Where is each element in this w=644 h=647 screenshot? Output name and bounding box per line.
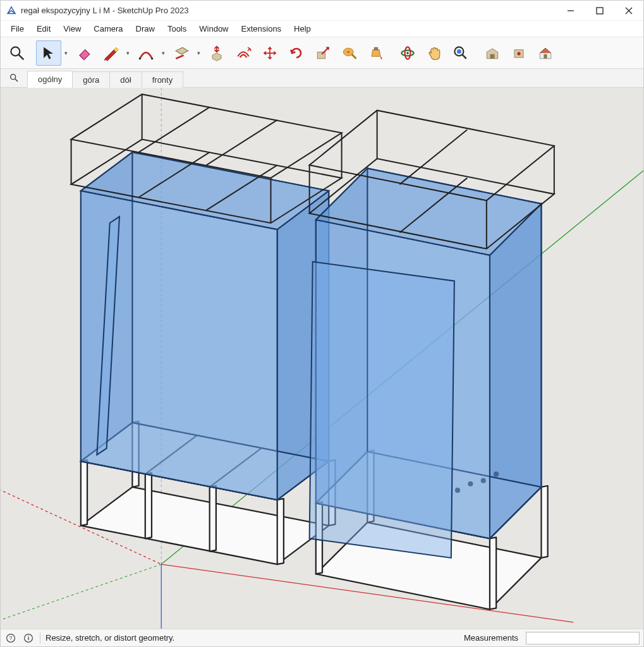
line-tool-dropdown[interactable]: ▾ (123, 40, 132, 66)
model-viewport[interactable] (1, 88, 643, 629)
menu-draw[interactable]: Draw (130, 21, 161, 36)
menu-view[interactable]: View (57, 21, 87, 36)
svg-point-22 (11, 75, 16, 80)
scene-tab-dol[interactable]: dół (109, 71, 142, 88)
tape-tool[interactable] (337, 40, 362, 66)
scene-tab-gora[interactable]: góra (72, 71, 110, 88)
svg-point-7 (151, 57, 154, 60)
svg-point-48 (468, 481, 473, 487)
help-icon[interactable]: ? (4, 632, 17, 644)
svg-point-10 (348, 51, 350, 53)
svg-point-6 (139, 57, 142, 60)
pan-tool[interactable] (422, 40, 447, 66)
paint-tool[interactable] (363, 40, 389, 66)
menu-camera[interactable]: Camera (87, 21, 129, 36)
window-controls (556, 1, 643, 21)
model-tool[interactable] (533, 40, 558, 66)
menu-extensions[interactable]: Extensions (235, 21, 288, 36)
scene-tab-fronty[interactable]: fronty (142, 71, 184, 88)
zoom-tool[interactable] (4, 40, 30, 66)
scale-tool[interactable] (310, 40, 336, 66)
orbit-tool[interactable] (395, 40, 420, 66)
menubar: File Edit View Camera Draw Tools Window … (1, 21, 643, 37)
select-tool-dropdown[interactable]: ▾ (61, 40, 70, 66)
rotate-tool[interactable] (284, 40, 309, 66)
svg-line-23 (15, 79, 18, 82)
menu-tools[interactable]: Tools (161, 21, 193, 36)
info-icon[interactable]: i (22, 632, 35, 644)
pushpull-tool[interactable] (204, 40, 229, 66)
menu-window[interactable]: Window (193, 21, 234, 36)
svg-text:?: ? (9, 635, 13, 641)
toolbar: ▾ ▾ ▾ ▾ (1, 37, 643, 69)
rectangle-tool-dropdown[interactable]: ▾ (194, 40, 203, 66)
svg-line-5 (19, 54, 23, 59)
svg-line-16 (463, 54, 466, 58)
svg-point-17 (457, 49, 461, 53)
scene-search-icon[interactable] (6, 70, 22, 86)
maximize-button[interactable] (585, 1, 614, 21)
scene-tabs-row: ogólny góra dół fronty (1, 69, 643, 88)
menu-file[interactable]: File (4, 21, 30, 36)
rectangle-tool[interactable] (169, 40, 194, 66)
close-button[interactable] (614, 1, 643, 21)
zoom-extents-tool[interactable] (448, 40, 473, 66)
window-title: regał ekspozycyjny L i M - SketchUp Pro … (21, 6, 188, 15)
svg-point-46 (494, 471, 499, 476)
statusbar: ? i Resize, stretch, or distort geometry… (1, 629, 643, 646)
app-icon (6, 5, 17, 16)
arc-tool[interactable] (133, 40, 159, 66)
measurements-label: Measurements (464, 633, 521, 643)
svg-rect-18 (490, 54, 495, 58)
status-hint: Resize, stretch, or distort geometry. (46, 633, 459, 643)
svg-text:i: i (28, 635, 29, 641)
line-tool[interactable] (98, 40, 123, 66)
move-tool[interactable] (257, 40, 283, 66)
scene-tab-ogolny[interactable]: ogólny (27, 71, 73, 88)
svg-point-47 (455, 488, 460, 493)
eraser-tool[interactable] (71, 40, 97, 66)
menu-help[interactable]: Help (288, 21, 317, 36)
measurements-input[interactable] (526, 632, 640, 644)
svg-rect-21 (544, 54, 547, 58)
extension-tool[interactable] (506, 40, 532, 66)
arc-tool-dropdown[interactable]: ▾ (159, 40, 167, 66)
offset-tool[interactable] (231, 40, 256, 66)
select-tool[interactable] (36, 40, 61, 66)
minimize-button[interactable] (556, 1, 585, 21)
svg-point-20 (517, 52, 520, 55)
warehouse-tool[interactable] (480, 40, 505, 66)
svg-point-45 (481, 478, 486, 483)
svg-point-14 (406, 52, 409, 54)
menu-edit[interactable]: Edit (30, 21, 57, 36)
svg-rect-1 (597, 8, 603, 14)
titlebar: regał ekspozycyjny L i M - SketchUp Pro … (1, 1, 643, 21)
svg-rect-11 (374, 47, 377, 50)
